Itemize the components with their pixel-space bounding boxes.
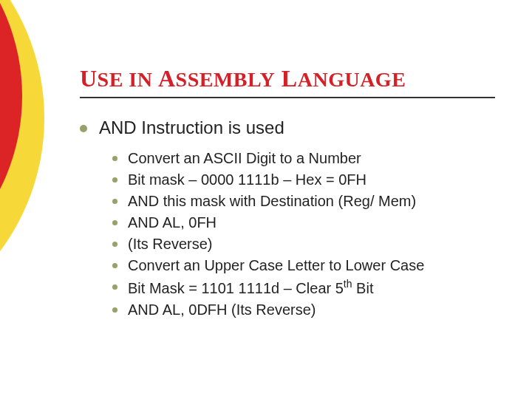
- title-part: A: [158, 65, 176, 92]
- list-item-text: Bit Mask = 1101 1111d – Clear 5th Bit: [128, 277, 373, 299]
- list-item: (Its Reverse): [112, 234, 495, 254]
- list-item-text: AND AL, 0FH: [128, 213, 216, 233]
- bullet-icon: [112, 242, 117, 247]
- list-item-text: AND AL, 0DFH (Its Reverse): [128, 300, 316, 320]
- list-item-text: AND this mask with Destination (Reg/ Mem…: [128, 191, 416, 211]
- bullet-icon: [112, 307, 117, 313]
- list-item: Bit mask – 0000 1111b – Hex = 0FH: [112, 170, 495, 190]
- title-part: ANGUAGE: [298, 68, 406, 91]
- list-item-text: Convert an Upper Case Letter to Lower Ca…: [128, 256, 424, 276]
- list-item-text: (Its Reverse): [128, 234, 212, 254]
- title-part: SSEMBLY: [176, 68, 276, 91]
- list-item: AND AL, 0FH: [112, 213, 495, 233]
- bullet-icon: [112, 199, 117, 204]
- slide: USE IN ASSEMBLY LANGUAGE AND Instruction…: [0, 0, 532, 399]
- list-item: AND this mask with Destination (Reg/ Mem…: [112, 191, 495, 211]
- list-item: Convert an ASCII Digit to a Number: [112, 149, 495, 168]
- title-part: U: [80, 65, 98, 92]
- bullet-icon: [112, 177, 117, 183]
- title-part: SE: [98, 68, 123, 91]
- list-item: AND Instruction is used: [80, 117, 495, 138]
- list-item: Bit Mask = 1101 1111d – Clear 5th Bit: [112, 277, 495, 299]
- sub-list: Convert an ASCII Digit to a Number Bit m…: [112, 149, 495, 320]
- bullet-icon: [112, 284, 117, 290]
- slide-title: USE IN ASSEMBLY LANGUAGE: [80, 65, 495, 98]
- bullet-icon: [80, 125, 87, 132]
- title-part: L: [275, 65, 297, 92]
- bullet-icon: [112, 220, 117, 225]
- list-item-text: Bit mask – 0000 1111b – Hex = 0FH: [128, 170, 366, 190]
- list-item-text: Convert an ASCII Digit to a Number: [128, 149, 361, 168]
- bullet-icon: [112, 263, 117, 268]
- list-item-text: AND Instruction is used: [99, 117, 284, 138]
- list-item: Convert an Upper Case Letter to Lower Ca…: [112, 256, 495, 276]
- content-area: USE IN ASSEMBLY LANGUAGE AND Instruction…: [80, 65, 495, 321]
- bullet-icon: [112, 156, 117, 161]
- list-item: AND AL, 0DFH (Its Reverse): [112, 300, 495, 320]
- title-part: IN: [123, 68, 158, 91]
